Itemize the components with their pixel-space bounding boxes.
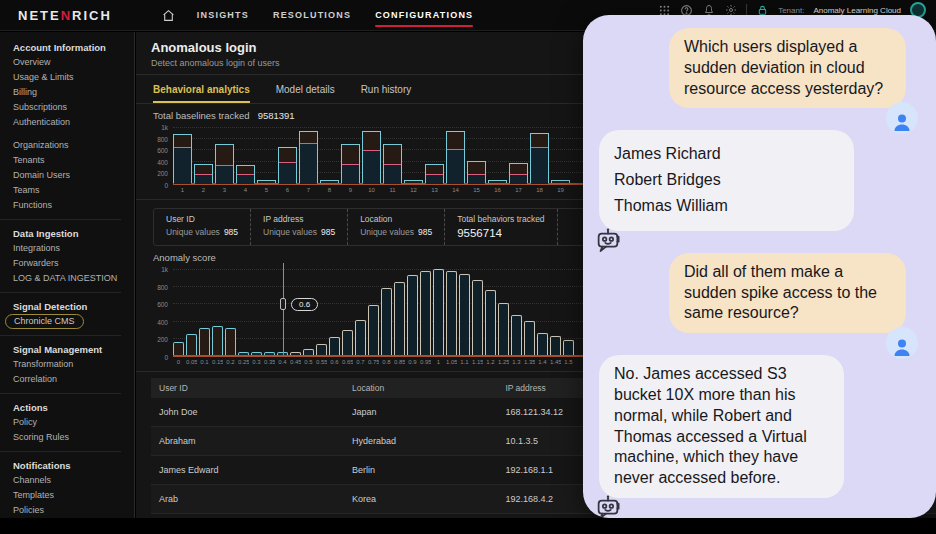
anomaly-bar [498,303,509,355]
baseline-bar-upper [342,145,359,164]
baseline-bar [467,161,486,183]
sidebar-item-functions[interactable]: Functions [13,198,134,213]
slider-value-pill[interactable]: 0.6 [291,298,318,311]
anomaly-bar [407,275,418,355]
x-axis-label: 19 [551,187,570,193]
anomaly-bar [472,280,483,355]
stat-total-behaviors-tracked: Total behaviors tracked9556714 [445,209,557,245]
sidebar-item-policies[interactable]: Policies [13,503,134,518]
sidebar-group-header: Account Information [13,40,134,55]
tab-run-history[interactable]: Run history [361,84,412,103]
table-cell: Arab [151,485,344,514]
baseline-bar [446,131,465,183]
sidebar-item-billing[interactable]: Billing [13,85,134,100]
y-axis-tick: 0 [164,354,168,361]
sidebar-group: Signal ManagementTransformationCorrelati… [13,342,134,387]
x-axis-label: 0.2 [225,359,236,365]
x-axis-label: 11 [383,187,402,193]
tenant-label: Tenant: [778,6,804,15]
anomaly-bar [264,352,275,355]
nav-item-resolutions[interactable]: RESOLUTIONS [273,6,351,25]
sidebar-item-transformation[interactable]: Transformation [13,357,134,372]
x-axis-label: 0.05 [186,359,197,365]
baseline-bar [257,180,276,183]
x-axis-label: 0.65 [342,359,353,365]
sidebar-item-teams[interactable]: Teams [13,183,134,198]
home-icon[interactable] [162,9,175,22]
stat-label: Location [360,214,432,224]
x-axis-label: 0.4 [277,359,288,365]
anomaly-bar [550,336,561,355]
table-cell: John Doe [151,398,344,427]
sidebar-item-organizations[interactable]: Organizations [13,138,134,153]
sidebar-item-correlation[interactable]: Correlation [13,372,134,387]
sidebar-item-scoring-rules[interactable]: Scoring Rules [13,430,134,445]
baseline-bar-lower [279,162,296,184]
sidebar-item-log-data-ingestion[interactable]: LOG & DATA INGESTION [13,271,134,286]
anomaly-bar [394,282,405,355]
baseline-bar-upper [363,132,380,150]
sidebar-divider [0,335,121,336]
sidebar-item-subscriptions[interactable]: Subscriptions [13,100,134,115]
x-axis-label: 0.85 [394,359,405,365]
x-axis-label: 5 [257,187,276,193]
sidebar-item-overview[interactable]: Overview [13,55,134,70]
x-axis-label: 0.95 [420,359,431,365]
x-axis-label: 0.5 [303,359,314,365]
sidebar-item-templates[interactable]: Templates [13,488,134,503]
nav-item-insights[interactable]: INSIGHTS [197,6,249,25]
x-axis-label: 0.15 [212,359,223,365]
sidebar-item-domain-users[interactable]: Domain Users [13,168,134,183]
y-axis-tick: 200 [157,170,168,177]
x-axis-label: 1.1 [459,359,470,365]
sidebar-group-header: Notifications [13,458,134,473]
baseline-bar [551,180,570,183]
sidebar-group: ActionsPolicyScoring Rules [13,400,134,445]
x-axis-label: 0.8 [381,359,392,365]
baseline-bars [173,127,570,183]
x-axis-label: 12 [404,187,423,193]
tenant-value: Anomaly Learning Cloud [813,6,901,15]
y-axis-tick: 600 [157,147,168,154]
x-axis-label: 1.3 [511,359,522,365]
sidebar-item-usage-limits[interactable]: Usage & Limits [13,70,134,85]
tab-behavioral-analytics[interactable]: Behavioral analytics [153,84,250,103]
y-axis-tick: 400 [157,318,168,325]
sidebar-divider [0,219,121,220]
sidebar-item-tenants[interactable]: Tenants [13,153,134,168]
netenrich-logo[interactable]: NETENRICH [18,8,112,23]
sidebar-item-policy[interactable]: Policy [13,415,134,430]
x-axis-label: 0.6 [329,359,340,365]
baseline-bar-lower [342,164,359,184]
x-axis-label: 7 [299,187,318,193]
sidebar-item-forwarders[interactable]: Forwarders [13,256,134,271]
x-axis-label: 9 [341,187,360,193]
sidebar-item-integrations[interactable]: Integrations [13,241,134,256]
anomaly-bar [563,340,574,355]
anomaly-bar [459,274,470,355]
user-person-icon [886,102,918,134]
tab-model-details[interactable]: Model details [276,84,335,103]
chat-answer-line: Robert Bridges [614,170,839,191]
x-axis-label: 13 [425,187,444,193]
sidebar-item-channels[interactable]: Channels [13,473,134,488]
sidebar-item-chronicle-cms[interactable]: Chronicle CMS [13,314,134,329]
table-cell: Abraham [151,427,344,456]
y-axis-tick: 400 [157,158,168,165]
baseline-bar [404,180,423,183]
baseline-bar-upper [216,145,233,165]
sidebar-item-authentication[interactable]: Authentication [13,115,134,130]
x-axis-label: 16 [488,187,507,193]
anomaly-threshold-slider[interactable]: 0.6 [283,263,284,355]
y-axis-tick: 0 [164,182,168,189]
anomaly-bar [316,344,327,355]
chat-bubble-assistant: James RichardRobert BridgesThomas Willia… [599,130,854,230]
logo-part1: NETE [18,8,61,23]
sidebar-group: NotificationsChannelsTemplatesPolicies [13,458,134,518]
x-axis-label: 1.45 [550,359,561,365]
nav-item-configurations[interactable]: CONFIGURATIONS [375,6,473,25]
x-axis-label: 1.5 [563,359,574,365]
anomaly-bar [342,330,353,355]
x-axis-label: 1.05 [446,359,457,365]
slider-handle[interactable] [280,298,286,310]
